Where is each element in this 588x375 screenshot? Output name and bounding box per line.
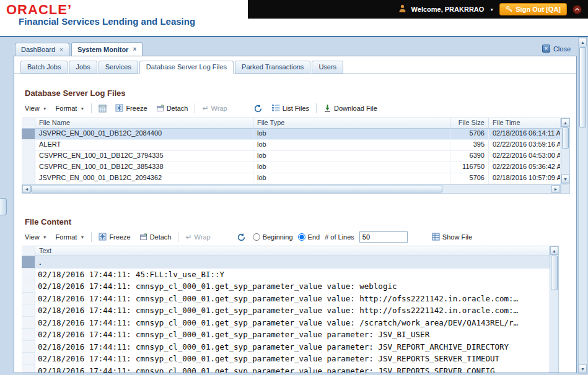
row-selector-cell[interactable]	[22, 341, 35, 353]
download-file-button[interactable]: Download File	[322, 103, 379, 114]
scroll-up-button[interactable]: ▲	[579, 38, 587, 46]
log-line-row[interactable]: 02/18/2016 17:44:11: cmnsyp_cl_000_01.ge…	[22, 329, 550, 341]
log-line-row[interactable]: 02/18/2016 17:44:11: cmnsyp_cl_000_01.ge…	[22, 365, 550, 373]
subtab-users[interactable]: Users	[312, 61, 343, 74]
welcome-menu[interactable]: Welcome, PRAKRRAO	[411, 6, 485, 13]
row-selector-cell[interactable]	[22, 140, 35, 150]
view-menu-button[interactable]: View▼	[23, 232, 49, 242]
scroll-up-button[interactable]: ▲	[561, 118, 569, 127]
row-selector-cell[interactable]	[22, 365, 35, 373]
scroll-right-button[interactable]: ►	[551, 185, 560, 193]
refresh-button[interactable]	[235, 231, 248, 243]
scroll-down-button[interactable]: ▼	[579, 364, 587, 373]
column-header-file-size[interactable]: File Size	[450, 118, 489, 128]
caret-down-icon: ▼	[80, 106, 84, 111]
row-selector-cell[interactable]	[22, 304, 35, 317]
file-content-vertical-scrollbar[interactable]: ▲ ▼	[550, 246, 559, 373]
export-icon[interactable]	[97, 103, 108, 114]
close-icon[interactable]: ✕	[542, 45, 550, 53]
scrollbar-thumb[interactable]	[562, 127, 569, 149]
subtab-batch-jobs[interactable]: Batch Jobs	[20, 61, 68, 74]
log-line-row[interactable]: 02/18/2016 17:44:11: 45:FLL:lv_use_BI::Y	[22, 269, 550, 281]
row-selector-cell[interactable]	[22, 269, 35, 281]
detach-button[interactable]: Detach	[138, 231, 173, 243]
refresh-button[interactable]	[252, 103, 265, 114]
page-scrollbar[interactable]: ▲ ▼	[578, 37, 587, 374]
log-file-row[interactable]: JSVPRC_EN_000_01_DB12C_2094362 lob 5706 …	[22, 173, 561, 184]
subtab-parked-transactions[interactable]: Parked Transactions	[235, 61, 310, 74]
scrollbar-thumb[interactable]	[579, 47, 586, 127]
row-selector-cell[interactable]	[22, 293, 35, 305]
chevron-down-icon[interactable]: ▼	[489, 7, 494, 12]
column-header-file-time[interactable]: File Time	[489, 118, 561, 128]
log-line-row[interactable]: 02/18/2016 17:44:11: cmnsyp_cl_000_01.ge…	[22, 293, 550, 305]
scrollbar-track[interactable]	[550, 255, 558, 373]
view-menu-button[interactable]: View▼	[23, 103, 49, 113]
num-lines-input[interactable]	[359, 231, 408, 243]
list-files-button[interactable]: List Files	[270, 103, 311, 114]
scrollbar-track[interactable]	[31, 185, 551, 193]
sign-out-label: Sign Out [QA]	[516, 6, 561, 13]
log-line-row[interactable]: 02/18/2016 17:44:11: cmnsyp_cl_000_01.ge…	[22, 317, 550, 329]
show-file-button[interactable]: Show File	[430, 231, 474, 243]
beginning-radio-option[interactable]: Beginning	[253, 233, 293, 241]
detach-label: Detach	[150, 233, 172, 241]
collapse-banner-icon[interactable]	[573, 5, 582, 14]
row-selector-cell[interactable]	[22, 317, 35, 329]
tab-system-monitor[interactable]: System Monitor ×	[71, 42, 143, 56]
scrollbar-thumb[interactable]	[551, 256, 558, 290]
log-line-row[interactable]: 02/18/2016 17:44:11: cmnsyp_cl_000_01.ge…	[22, 304, 550, 317]
log-line-row[interactable]: 02/18/2016 17:44:11: cmnsyp_cl_000_01.ge…	[22, 280, 550, 293]
scrollbar-track[interactable]	[561, 127, 569, 175]
log-file-row[interactable]: ALERT lob 395 02/22/2016 03:59:16 AM	[22, 140, 561, 151]
scroll-up-button[interactable]: ▲	[550, 246, 558, 255]
row-selector-cell[interactable]	[22, 173, 35, 184]
row-selector-cell[interactable]	[22, 280, 35, 293]
format-menu-button[interactable]: Format▼	[54, 103, 87, 113]
row-selector-cell[interactable]	[22, 129, 35, 139]
log-file-row[interactable]: CSVPRC_EN_100_01_DB12C_3794335 lob 6390 …	[22, 151, 561, 162]
subtab-label: Services	[105, 63, 131, 71]
scroll-down-button[interactable]: ▼	[561, 175, 569, 183]
wrap-button[interactable]: ↵Wrap	[183, 231, 212, 243]
log-files-vertical-scrollbar[interactable]: ▲ ▼	[561, 118, 570, 184]
row-selector-cell[interactable]	[22, 162, 35, 173]
panel-collapse-handle[interactable]	[0, 198, 7, 215]
subtab-database-server-log-files[interactable]: Database Server Log Files	[139, 61, 234, 74]
log-line-row[interactable]: 02/18/2016 17:44:11: cmnsyp_cl_000_01.ge…	[22, 353, 550, 365]
freeze-button[interactable]: Freeze	[97, 231, 132, 243]
tab-dashboard[interactable]: DashBoard ×	[15, 43, 69, 56]
column-header-text[interactable]: Text	[35, 246, 550, 256]
close-label: Close	[553, 45, 571, 53]
row-selector-cell[interactable]	[22, 353, 35, 365]
log-line-row[interactable]: .	[22, 256, 550, 269]
freeze-button[interactable]: Freeze	[113, 103, 149, 114]
subtab-services[interactable]: Services	[99, 61, 138, 74]
sign-out-button[interactable]: Sign Out [QA]	[499, 3, 567, 15]
tab-close-icon[interactable]: ×	[133, 46, 136, 53]
wrap-button[interactable]: ↵Wrap	[200, 103, 229, 114]
end-radio[interactable]	[298, 233, 305, 241]
scroll-left-button[interactable]: ◄	[22, 185, 31, 193]
log-file-row[interactable]: CSVPRC_EN_100_01_DB12C_3854338 lob 11675…	[22, 162, 561, 173]
close-control[interactable]: ✕ Close	[542, 45, 571, 53]
row-selector-cell[interactable]	[22, 329, 35, 341]
log-line-row[interactable]: 02/18/2016 17:44:11: cmnsyp_cl_000_01.ge…	[22, 341, 550, 353]
cell-file-size: 395	[450, 140, 489, 150]
tab-close-icon[interactable]: ×	[59, 46, 63, 53]
column-header-file-name[interactable]: File Name	[35, 118, 253, 128]
scrollbar-thumb[interactable]	[31, 186, 442, 192]
log-file-row[interactable]: JSVPRC_EN_000_01_DB12C_2084400 lob 5706 …	[22, 129, 561, 140]
row-selector-cell[interactable]	[22, 151, 35, 162]
end-radio-option[interactable]: End	[298, 233, 320, 241]
scrollbar-track[interactable]	[579, 46, 587, 364]
detach-button[interactable]: Detach	[154, 103, 190, 114]
subtab-jobs[interactable]: Jobs	[69, 61, 97, 74]
freeze-label: Freeze	[126, 105, 147, 112]
column-header-file-type[interactable]: File Type	[253, 118, 450, 128]
beginning-radio[interactable]	[253, 233, 260, 241]
log-files-horizontal-scrollbar[interactable]: ◄ ►	[22, 184, 561, 194]
format-menu-button[interactable]: Format▼	[54, 232, 87, 242]
file-content-toolbar: View▼ Format▼ Freeze Detach ↵Wrap Beginn…	[23, 230, 564, 244]
row-selector-cell[interactable]	[22, 256, 35, 269]
